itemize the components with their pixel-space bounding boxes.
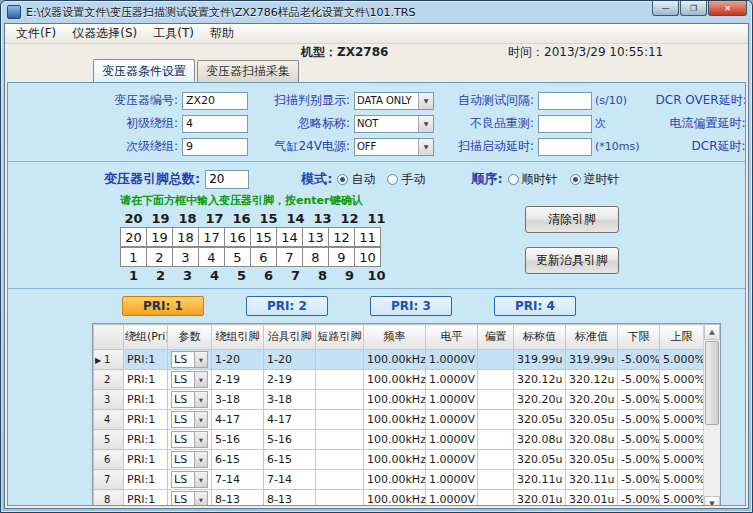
cell-nominal[interactable]: 320.05u	[514, 450, 566, 470]
cell-upper[interactable]: 5.000%	[660, 470, 704, 490]
pin-input[interactable]: 1	[120, 247, 147, 267]
cell-param[interactable]: LS▼	[168, 350, 212, 370]
cell-level[interactable]: 1.0000V	[426, 470, 478, 490]
cell-param[interactable]: LS▼	[168, 390, 212, 410]
table-row[interactable]: 5PRI:1LS▼5-165-16100.00kHz1.0000V320.08u…	[94, 430, 704, 450]
cell-nominal[interactable]: 320.08u	[514, 430, 566, 450]
cell-spins[interactable]	[316, 350, 364, 370]
cell-level[interactable]: 1.0000V	[426, 450, 478, 470]
param-dropdown[interactable]: LS▼	[171, 371, 208, 388]
pin-input[interactable]: 5	[224, 247, 251, 267]
pin-input[interactable]: 13	[302, 227, 329, 247]
row-header[interactable]: 5	[94, 430, 124, 450]
row-header[interactable]: 3	[94, 390, 124, 410]
cell-level[interactable]: 1.0000V	[426, 430, 478, 450]
cell-standard[interactable]: 320.01u	[566, 490, 618, 506]
text-input[interactable]	[182, 115, 248, 133]
chevron-down-icon[interactable]: ▼	[418, 116, 433, 132]
scrollbar-track[interactable]	[704, 426, 720, 496]
cell-freq[interactable]: 100.00kHz	[364, 390, 426, 410]
vertical-scrollbar[interactable]: ▲ ▼	[703, 324, 720, 505]
cell-level[interactable]: 1.0000V	[426, 390, 478, 410]
cell-nominal[interactable]: 320.20u	[514, 390, 566, 410]
dropdown[interactable]: OFF▼	[354, 138, 434, 156]
cell-wpins[interactable]: 8-13	[212, 490, 264, 506]
column-header[interactable]: 标准值	[566, 325, 618, 350]
cell-standard[interactable]: 320.12u	[566, 370, 618, 390]
cell-param[interactable]: LS▼	[168, 410, 212, 430]
column-header[interactable]: 下限	[618, 325, 660, 350]
cell-nominal[interactable]: 319.99u	[514, 350, 566, 370]
menu-item[interactable]: 仪器选择(S)	[64, 23, 145, 44]
cell-wpins[interactable]: 7-14	[212, 470, 264, 490]
pin-input[interactable]: 2	[146, 247, 173, 267]
cell-lower[interactable]: -5.00%	[618, 470, 660, 490]
cell-param[interactable]: LS▼	[168, 470, 212, 490]
pin-input[interactable]: 7	[276, 247, 303, 267]
cell-wpins[interactable]: 2-19	[212, 370, 264, 390]
param-dropdown[interactable]: LS▼	[171, 351, 208, 368]
cell-param[interactable]: LS▼	[168, 430, 212, 450]
cell-fpins[interactable]: 4-17	[264, 410, 316, 430]
text-input[interactable]	[538, 138, 592, 156]
cell-bias[interactable]	[478, 450, 514, 470]
table-row[interactable]: 2PRI:1LS▼2-192-19100.00kHz1.0000V320.12u…	[94, 370, 704, 390]
cell-fpins[interactable]: 8-13	[264, 490, 316, 506]
order-radio-option[interactable]: 顺时针	[508, 171, 558, 188]
cell-fpins[interactable]: 5-16	[264, 430, 316, 450]
cell-standard[interactable]: 319.99u	[566, 350, 618, 370]
cell-spins[interactable]	[316, 450, 364, 470]
cell-winding[interactable]: PRI:1	[124, 470, 168, 490]
chevron-down-icon[interactable]: ▼	[194, 392, 207, 407]
cell-spins[interactable]	[316, 390, 364, 410]
column-header[interactable]: 标称值	[514, 325, 566, 350]
scroll-up-icon[interactable]: ▲	[704, 324, 720, 340]
cell-lower[interactable]: -5.00%	[618, 430, 660, 450]
cell-wpins[interactable]: 5-16	[212, 430, 264, 450]
cell-lower[interactable]: -5.00%	[618, 350, 660, 370]
table-row[interactable]: 7PRI:1LS▼7-147-14100.00kHz1.0000V320.11u…	[94, 470, 704, 490]
cell-wpins[interactable]: 3-18	[212, 390, 264, 410]
pin-input[interactable]: 19	[146, 227, 173, 247]
tab-2[interactable]: 变压器扫描采集	[197, 60, 299, 82]
menu-item[interactable]: 文件(F)	[8, 23, 64, 44]
cell-spins[interactable]	[316, 430, 364, 450]
cell-freq[interactable]: 100.00kHz	[364, 350, 426, 370]
minimize-button[interactable]: —	[652, 1, 679, 16]
row-header[interactable]: 6	[94, 450, 124, 470]
pin-input[interactable]: 10	[354, 247, 381, 267]
pin-input[interactable]: 11	[354, 227, 381, 247]
cell-standard[interactable]: 320.08u	[566, 430, 618, 450]
cell-param[interactable]: LS▼	[168, 450, 212, 470]
pin-input[interactable]: 18	[172, 227, 199, 247]
param-dropdown[interactable]: LS▼	[171, 471, 208, 488]
pin-input[interactable]: 20	[120, 227, 147, 247]
chevron-down-icon[interactable]: ▼	[194, 452, 207, 467]
cell-freq[interactable]: 100.00kHz	[364, 370, 426, 390]
scrollbar-thumb[interactable]	[705, 341, 719, 425]
cell-nominal[interactable]: 320.11u	[514, 470, 566, 490]
chevron-down-icon[interactable]: ▼	[194, 412, 207, 427]
column-header[interactable]: 上限	[660, 325, 704, 350]
chevron-down-icon[interactable]: ▼	[194, 492, 207, 505]
column-header[interactable]: 偏置	[478, 325, 514, 350]
cell-upper[interactable]: 5.000%	[660, 410, 704, 430]
cell-winding[interactable]: PRI:1	[124, 350, 168, 370]
pin-input[interactable]: 17	[198, 227, 225, 247]
pin-input[interactable]: 12	[328, 227, 355, 247]
cell-level[interactable]: 1.0000V	[426, 490, 478, 506]
pin-input[interactable]: 14	[276, 227, 303, 247]
cell-spins[interactable]	[316, 490, 364, 506]
cell-bias[interactable]	[478, 490, 514, 506]
scroll-down-icon[interactable]: ▼	[704, 496, 720, 505]
cell-spins[interactable]	[316, 410, 364, 430]
cell-standard[interactable]: 320.11u	[566, 470, 618, 490]
menu-item[interactable]: 工具(T)	[145, 23, 202, 44]
dropdown[interactable]: DATA ONLY▼	[354, 92, 434, 110]
chevron-down-icon[interactable]: ▼	[418, 139, 433, 155]
table-row[interactable]: 8PRI:1LS▼8-138-13100.00kHz1.0000V320.01u…	[94, 490, 704, 506]
cell-freq[interactable]: 100.00kHz	[364, 430, 426, 450]
column-header[interactable]: 短路引脚	[316, 325, 364, 350]
cell-lower[interactable]: -5.00%	[618, 490, 660, 506]
row-header[interactable]: ▶1	[94, 350, 124, 370]
